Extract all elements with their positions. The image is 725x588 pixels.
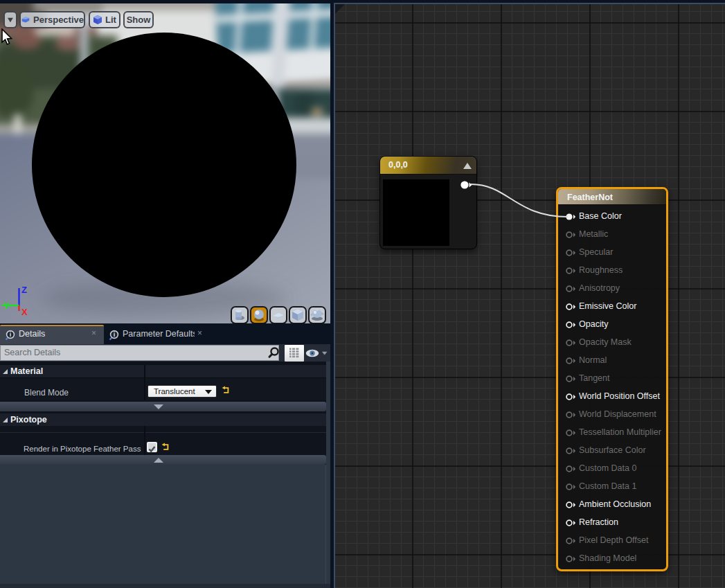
svg-text:Y: Y	[3, 301, 10, 311]
svg-text:i: i	[10, 331, 12, 338]
svg-text:X: X	[21, 307, 28, 317]
svg-text:i: i	[114, 331, 116, 338]
svg-text:Z: Z	[21, 285, 27, 295]
